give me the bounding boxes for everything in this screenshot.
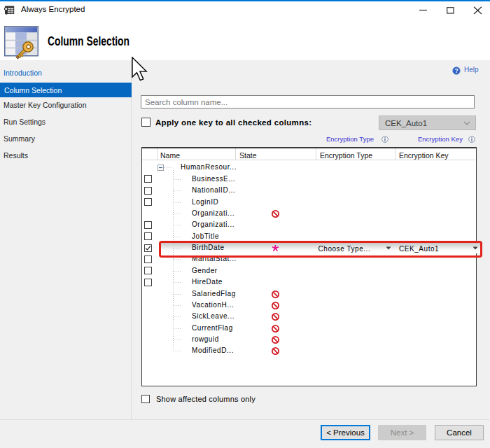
- svg-text:?: ?: [454, 67, 458, 74]
